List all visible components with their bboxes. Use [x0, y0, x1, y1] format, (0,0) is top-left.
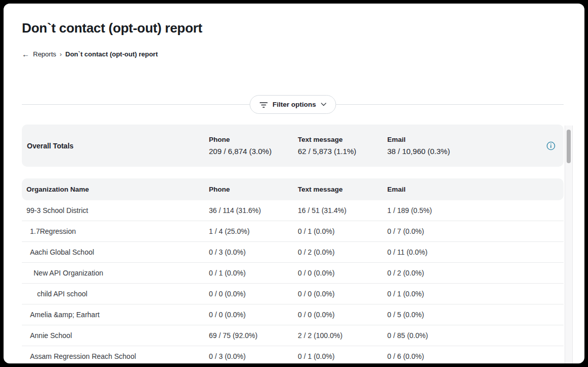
- filter-bar: Filter options: [22, 95, 564, 114]
- email-cell: 0 / 11 (0.0%): [387, 248, 564, 256]
- column-header-phone: Phone: [209, 186, 298, 193]
- totals-text-message-label: Text message: [298, 136, 387, 143]
- email-cell: 1 / 189 (0.5%): [387, 206, 564, 215]
- text-message-cell: 2 / 2 (100.0%): [298, 331, 387, 340]
- filter-options-label: Filter options: [272, 101, 316, 108]
- column-header-text-message: Text message: [298, 186, 387, 193]
- breadcrumb-current: Don`t contact (opt-out) report: [66, 50, 158, 58]
- org-name-cell: New API Organization: [22, 269, 209, 277]
- table-row: Amelia &amp; Earhart 0 / 0 (0.0%) 0 / 0 …: [22, 304, 564, 325]
- info-icon[interactable]: [541, 141, 564, 150]
- text-message-cell: 0 / 0 (0.0%): [298, 311, 387, 319]
- vertical-scrollbar[interactable]: [565, 126, 573, 363]
- table-row: Assam Regression Reach School 0 / 3 (0.0…: [22, 346, 564, 363]
- table-row: 1.7Regression 1 / 4 (25.0%) 0 / 1 (0.0%)…: [22, 221, 564, 242]
- table-row: Aachi Global School 0 / 3 (0.0%) 0 / 2 (…: [22, 242, 564, 263]
- email-cell: 0 / 1 (0.0%): [387, 290, 564, 298]
- column-header-email: Email: [387, 186, 564, 193]
- totals-text-message-value: 62 / 5,873 (1.1%): [298, 147, 387, 156]
- page-title: Don`t contact (opt-out) report: [22, 20, 202, 36]
- table-row: child API school 0 / 0 (0.0%) 0 / 0 (0.0…: [22, 284, 564, 304]
- breadcrumb: ← Reports › Don`t contact (opt-out) repo…: [22, 50, 158, 58]
- table-row: 99-3 School District 36 / 114 (31.6%) 16…: [22, 200, 564, 221]
- phone-cell: 1 / 4 (25.0%): [209, 227, 298, 235]
- phone-cell: 69 / 75 (92.0%): [209, 331, 298, 340]
- text-message-cell: 0 / 0 (0.0%): [298, 290, 387, 298]
- org-name-cell: 99-3 School District: [22, 206, 209, 215]
- breadcrumb-reports-link[interactable]: Reports: [33, 50, 56, 58]
- text-message-cell: 0 / 1 (0.0%): [298, 352, 387, 360]
- phone-cell: 36 / 114 (31.6%): [209, 206, 298, 215]
- filter-icon: [259, 101, 268, 108]
- table-header-row: Organization Name Phone Text message Ema…: [22, 178, 564, 200]
- phone-cell: 0 / 3 (0.0%): [209, 352, 298, 360]
- org-name-cell: Aachi Global School: [22, 248, 209, 256]
- totals-phone: Phone 209 / 6,874 (3.0%): [209, 136, 298, 156]
- email-cell: 0 / 6 (0.0%): [387, 352, 564, 360]
- text-message-cell: 16 / 51 (31.4%): [298, 206, 387, 215]
- table-row: New API Organization 0 / 1 (0.0%) 0 / 0 …: [22, 263, 564, 284]
- text-message-cell: 0 / 0 (0.0%): [298, 269, 387, 277]
- table-row: Annie School 69 / 75 (92.0%) 2 / 2 (100.…: [22, 325, 564, 346]
- totals-email-value: 38 / 10,960 (0.3%): [387, 147, 541, 156]
- back-arrow-icon[interactable]: ←: [22, 50, 29, 58]
- org-name-cell: child API school: [22, 290, 209, 298]
- text-message-cell: 0 / 1 (0.0%): [298, 227, 387, 235]
- text-message-cell: 0 / 2 (0.0%): [298, 248, 387, 256]
- org-name-cell: Assam Regression Reach School: [22, 352, 209, 360]
- overall-totals-label: Overall Totals: [22, 142, 209, 150]
- filter-options-button[interactable]: Filter options: [250, 95, 336, 114]
- phone-cell: 0 / 0 (0.0%): [209, 311, 298, 319]
- totals-email: Email 38 / 10,960 (0.3%): [387, 136, 541, 156]
- email-cell: 0 / 2 (0.0%): [387, 269, 564, 277]
- totals-email-label: Email: [387, 136, 541, 143]
- report-scroll-area: Overall Totals Phone 209 / 6,874 (3.0%) …: [4, 125, 584, 363]
- org-name-cell: Annie School: [22, 331, 209, 340]
- column-header-organization: Organization Name: [22, 186, 209, 193]
- org-name-cell: Amelia &amp; Earhart: [22, 311, 209, 319]
- chevron-down-icon: [321, 103, 326, 106]
- totals-phone-value: 209 / 6,874 (3.0%): [209, 147, 298, 156]
- phone-cell: 0 / 1 (0.0%): [209, 269, 298, 277]
- email-cell: 0 / 7 (0.0%): [387, 227, 564, 235]
- scrollbar-thumb[interactable]: [567, 130, 571, 163]
- overall-totals-card: Overall Totals Phone 209 / 6,874 (3.0%) …: [22, 125, 564, 167]
- report-page: Don`t contact (opt-out) report ← Reports…: [4, 4, 584, 363]
- totals-text-message: Text message 62 / 5,873 (1.1%): [298, 136, 387, 156]
- email-cell: 0 / 85 (0.0%): [387, 331, 564, 340]
- phone-cell: 0 / 0 (0.0%): [209, 290, 298, 298]
- totals-phone-label: Phone: [209, 136, 298, 143]
- breadcrumb-separator: ›: [60, 51, 62, 58]
- email-cell: 0 / 5 (0.0%): [387, 311, 564, 319]
- phone-cell: 0 / 3 (0.0%): [209, 248, 298, 256]
- org-name-cell: 1.7Regression: [22, 227, 209, 235]
